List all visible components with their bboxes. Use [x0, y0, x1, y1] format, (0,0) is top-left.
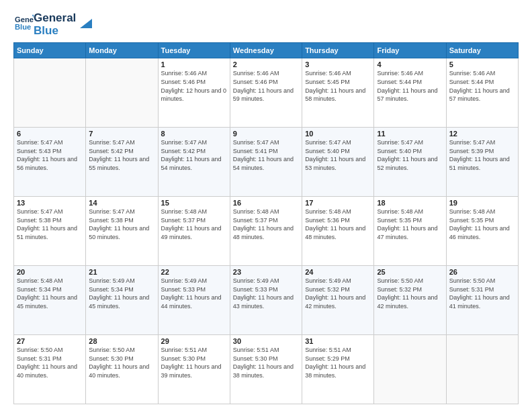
calendar-cell: 15Sunrise: 5:48 AM Sunset: 5:37 PM Dayli…	[158, 197, 230, 266]
day-number: 22	[161, 268, 227, 276]
day-number: 18	[377, 199, 443, 207]
calendar-cell: 10Sunrise: 5:47 AM Sunset: 5:40 PM Dayli…	[302, 128, 374, 197]
calendar-cell: 9Sunrise: 5:47 AM Sunset: 5:41 PM Daylig…	[230, 128, 302, 197]
day-number: 16	[233, 199, 299, 207]
calendar-week-5: 27Sunrise: 5:50 AM Sunset: 5:31 PM Dayli…	[14, 335, 519, 404]
day-info: Sunrise: 5:47 AM Sunset: 5:38 PM Dayligh…	[89, 208, 154, 241]
day-number: 26	[449, 268, 515, 276]
calendar-cell: 16Sunrise: 5:48 AM Sunset: 5:37 PM Dayli…	[230, 197, 302, 266]
calendar-cell: 11Sunrise: 5:47 AM Sunset: 5:40 PM Dayli…	[374, 128, 446, 197]
calendar-cell	[374, 335, 446, 404]
day-number: 5	[449, 60, 515, 68]
day-number: 20	[17, 268, 83, 276]
day-number: 1	[161, 60, 227, 68]
day-info: Sunrise: 5:49 AM Sunset: 5:33 PM Dayligh…	[161, 277, 227, 310]
day-info: Sunrise: 5:47 AM Sunset: 5:40 PM Dayligh…	[377, 138, 443, 172]
day-number: 21	[89, 268, 154, 276]
day-info: Sunrise: 5:48 AM Sunset: 5:37 PM Dayligh…	[233, 208, 299, 241]
calendar-cell: 6Sunrise: 5:47 AM Sunset: 5:43 PM Daylig…	[14, 128, 86, 197]
header: General Blue General Blue	[13, 11, 519, 37]
day-number: 24	[305, 268, 371, 276]
calendar-cell: 12Sunrise: 5:47 AM Sunset: 5:39 PM Dayli…	[446, 128, 518, 197]
calendar-week-2: 6Sunrise: 5:47 AM Sunset: 5:43 PM Daylig…	[14, 128, 519, 197]
calendar-cell: 17Sunrise: 5:48 AM Sunset: 5:36 PM Dayli…	[302, 197, 374, 266]
calendar-cell: 31Sunrise: 5:51 AM Sunset: 5:29 PM Dayli…	[302, 335, 374, 404]
day-info: Sunrise: 5:47 AM Sunset: 5:39 PM Dayligh…	[449, 138, 515, 172]
calendar-cell: 22Sunrise: 5:49 AM Sunset: 5:33 PM Dayli…	[158, 266, 230, 335]
day-number: 6	[17, 130, 83, 138]
calendar-week-3: 13Sunrise: 5:47 AM Sunset: 5:38 PM Dayli…	[14, 197, 519, 266]
day-info: Sunrise: 5:48 AM Sunset: 5:35 PM Dayligh…	[449, 208, 515, 241]
day-number: 8	[161, 130, 227, 138]
calendar-week-1: 1Sunrise: 5:46 AM Sunset: 5:46 PM Daylig…	[14, 58, 519, 128]
day-number: 19	[449, 199, 515, 207]
day-info: Sunrise: 5:47 AM Sunset: 5:40 PM Dayligh…	[305, 138, 371, 172]
day-info: Sunrise: 5:49 AM Sunset: 5:34 PM Dayligh…	[89, 277, 154, 310]
day-info: Sunrise: 5:51 AM Sunset: 5:30 PM Dayligh…	[233, 346, 299, 379]
calendar-cell: 30Sunrise: 5:51 AM Sunset: 5:30 PM Dayli…	[230, 335, 302, 404]
day-number: 13	[17, 199, 83, 207]
calendar-cell: 28Sunrise: 5:50 AM Sunset: 5:30 PM Dayli…	[86, 335, 158, 404]
day-info: Sunrise: 5:48 AM Sunset: 5:35 PM Dayligh…	[377, 208, 443, 241]
calendar-cell: 18Sunrise: 5:48 AM Sunset: 5:35 PM Dayli…	[374, 197, 446, 266]
calendar-cell	[14, 58, 86, 128]
day-info: Sunrise: 5:47 AM Sunset: 5:42 PM Dayligh…	[89, 138, 154, 172]
day-number: 12	[449, 130, 515, 138]
logo: General Blue General Blue	[13, 11, 92, 37]
calendar-cell: 4Sunrise: 5:46 AM Sunset: 5:44 PM Daylig…	[374, 58, 446, 128]
calendar-cell: 24Sunrise: 5:49 AM Sunset: 5:32 PM Dayli…	[302, 266, 374, 335]
day-number: 17	[305, 199, 371, 207]
day-number: 7	[89, 130, 154, 138]
calendar-cell: 21Sunrise: 5:49 AM Sunset: 5:34 PM Dayli…	[86, 266, 158, 335]
day-number: 23	[233, 268, 299, 276]
day-number: 28	[89, 337, 154, 345]
day-number: 15	[161, 199, 227, 207]
day-number: 29	[161, 337, 227, 345]
weekday-header-monday: Monday	[86, 43, 158, 58]
calendar-cell: 14Sunrise: 5:47 AM Sunset: 5:38 PM Dayli…	[86, 197, 158, 266]
day-number: 14	[89, 199, 154, 207]
calendar-cell: 13Sunrise: 5:47 AM Sunset: 5:38 PM Dayli…	[14, 197, 86, 266]
logo-icon: General Blue	[15, 13, 34, 32]
day-info: Sunrise: 5:47 AM Sunset: 5:38 PM Dayligh…	[17, 208, 83, 241]
weekday-header-row: SundayMondayTuesdayWednesdayThursdayFrid…	[14, 43, 519, 58]
day-info: Sunrise: 5:46 AM Sunset: 5:45 PM Dayligh…	[305, 69, 371, 103]
weekday-header-saturday: Saturday	[446, 43, 518, 58]
calendar-cell: 20Sunrise: 5:48 AM Sunset: 5:34 PM Dayli…	[14, 266, 86, 335]
day-info: Sunrise: 5:47 AM Sunset: 5:43 PM Dayligh…	[17, 138, 83, 172]
page: General Blue General Blue SundayMond	[0, 0, 532, 411]
day-number: 27	[17, 337, 83, 345]
day-info: Sunrise: 5:48 AM Sunset: 5:36 PM Dayligh…	[305, 208, 371, 241]
weekday-header-friday: Friday	[374, 43, 446, 58]
day-number: 3	[305, 60, 371, 68]
calendar-cell: 29Sunrise: 5:51 AM Sunset: 5:30 PM Dayli…	[158, 335, 230, 404]
day-info: Sunrise: 5:46 AM Sunset: 5:44 PM Dayligh…	[449, 69, 515, 103]
day-info: Sunrise: 5:46 AM Sunset: 5:46 PM Dayligh…	[233, 69, 299, 103]
day-info: Sunrise: 5:48 AM Sunset: 5:34 PM Dayligh…	[17, 277, 83, 310]
svg-text:General: General	[15, 15, 34, 23]
weekday-header-wednesday: Wednesday	[230, 43, 302, 58]
calendar-cell	[86, 58, 158, 128]
day-info: Sunrise: 5:50 AM Sunset: 5:32 PM Dayligh…	[377, 277, 443, 310]
day-info: Sunrise: 5:47 AM Sunset: 5:42 PM Dayligh…	[161, 138, 227, 172]
calendar-table: SundayMondayTuesdayWednesdayThursdayFrid…	[13, 42, 519, 404]
day-number: 4	[377, 60, 443, 68]
day-number: 25	[377, 268, 443, 276]
weekday-header-tuesday: Tuesday	[158, 43, 230, 58]
day-info: Sunrise: 5:46 AM Sunset: 5:44 PM Dayligh…	[377, 69, 443, 103]
calendar-cell: 26Sunrise: 5:50 AM Sunset: 5:31 PM Dayli…	[446, 266, 518, 335]
weekday-header-sunday: Sunday	[14, 43, 86, 58]
day-info: Sunrise: 5:51 AM Sunset: 5:29 PM Dayligh…	[305, 346, 371, 379]
calendar-cell: 7Sunrise: 5:47 AM Sunset: 5:42 PM Daylig…	[86, 128, 158, 197]
day-info: Sunrise: 5:46 AM Sunset: 5:46 PM Dayligh…	[161, 69, 227, 103]
calendar-cell: 8Sunrise: 5:47 AM Sunset: 5:42 PM Daylig…	[158, 128, 230, 197]
day-number: 2	[233, 60, 299, 68]
calendar-cell: 1Sunrise: 5:46 AM Sunset: 5:46 PM Daylig…	[158, 58, 230, 128]
calendar-cell: 25Sunrise: 5:50 AM Sunset: 5:32 PM Dayli…	[374, 266, 446, 335]
calendar-cell: 27Sunrise: 5:50 AM Sunset: 5:31 PM Dayli…	[14, 335, 86, 404]
calendar-week-4: 20Sunrise: 5:48 AM Sunset: 5:34 PM Dayli…	[14, 266, 519, 335]
svg-text:Blue: Blue	[15, 22, 31, 30]
weekday-header-thursday: Thursday	[302, 43, 374, 58]
day-number: 30	[233, 337, 299, 345]
day-number: 31	[305, 337, 371, 345]
